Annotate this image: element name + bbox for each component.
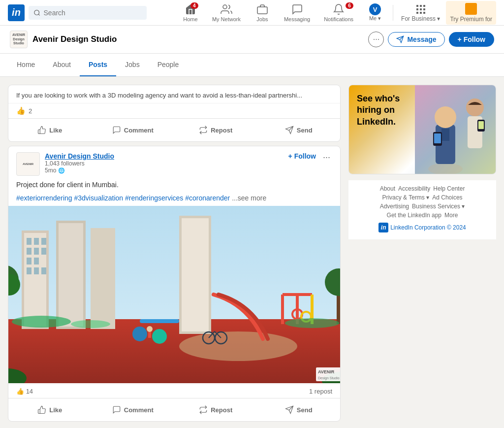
home-badge: 4 bbox=[190, 2, 198, 9]
comment-action-icon bbox=[112, 405, 121, 414]
main-layout: If you are looking to work with a 3D mod… bbox=[0, 77, 504, 428]
svg-rect-10 bbox=[416, 12, 418, 14]
post-2-text: Project done for client in Mumbai. bbox=[16, 180, 332, 190]
post-1-text: If you are looking to work with a 3D mod… bbox=[8, 85, 340, 103]
svg-rect-27 bbox=[41, 248, 46, 255]
footer-link-more[interactable]: More bbox=[444, 212, 458, 219]
post-1-like-button[interactable]: Like bbox=[9, 121, 91, 139]
footer-link-about[interactable]: About bbox=[380, 185, 395, 192]
nav-notifications[interactable]: 6 Notifications bbox=[318, 1, 359, 24]
post-2-body: Project done for client in Mumbai. #exte… bbox=[8, 180, 340, 206]
post-2-followers: 1,043 followers bbox=[45, 160, 283, 167]
nav-home[interactable]: 4 Home bbox=[177, 1, 204, 24]
svg-rect-31 bbox=[34, 267, 39, 274]
post-2-comment-button[interactable]: Comment bbox=[93, 400, 174, 419]
nav-me[interactable]: V Me ▾ bbox=[361, 1, 389, 24]
footer-link-accessibility[interactable]: Accessibility bbox=[398, 185, 430, 192]
nav-messaging[interactable]: Messaging bbox=[278, 1, 316, 24]
repost-icon bbox=[199, 126, 208, 134]
linkedin-copyright: LinkedIn Corporation © 2024 bbox=[390, 224, 466, 231]
svg-rect-5 bbox=[420, 5, 422, 7]
svg-line-1 bbox=[38, 14, 40, 15]
send-action-icon bbox=[285, 126, 294, 134]
nav-premium-label: Try Premium for bbox=[450, 16, 492, 23]
svg-rect-24 bbox=[41, 238, 46, 245]
post-2-author[interactable]: Avenir Design Studio bbox=[45, 152, 283, 160]
nav-business-label: For Business ▾ bbox=[401, 15, 440, 22]
svg-point-2 bbox=[223, 5, 227, 9]
ad-people-visual bbox=[415, 85, 496, 174]
notifications-badge: 6 bbox=[346, 2, 353, 9]
footer-links-row-3: Advertising Business Services ▾ bbox=[348, 202, 496, 211]
post-1-reaction-count: 2 bbox=[29, 107, 32, 115]
nav-business[interactable]: For Business ▾ bbox=[397, 1, 444, 24]
footer-link-app[interactable]: Get the LinkedIn app bbox=[387, 212, 441, 219]
svg-point-59 bbox=[12, 316, 71, 328]
svg-point-60 bbox=[285, 318, 339, 328]
footer-link-help[interactable]: Help Center bbox=[433, 185, 465, 192]
svg-text:AVENIR: AVENIR bbox=[318, 369, 335, 374]
follow-main-button[interactable]: + Follow bbox=[449, 32, 494, 47]
nav-premium[interactable]: Try Premium for bbox=[446, 1, 496, 25]
subnav-posts[interactable]: Posts bbox=[80, 54, 116, 76]
linkedin-small-logo: in bbox=[378, 223, 388, 232]
post-1-comment-button[interactable]: Comment bbox=[93, 121, 174, 139]
post-2-more-button[interactable]: ··· bbox=[321, 152, 332, 163]
post-2-send-button[interactable]: Send bbox=[258, 400, 340, 419]
post-2-hashtags[interactable]: #exteriorrendering #3dvisualization #ren… bbox=[16, 194, 332, 202]
search-bar[interactable] bbox=[29, 6, 147, 20]
repost-action-icon bbox=[199, 405, 208, 414]
svg-point-19 bbox=[179, 331, 297, 361]
sub-navigation: Home About Posts Jobs People bbox=[0, 54, 504, 77]
sidebar-ad-image: See who's hiring on LinkedIn. bbox=[349, 85, 496, 174]
post-1-actions: Like Comment Repost Send bbox=[8, 118, 340, 141]
svg-point-69 bbox=[428, 163, 463, 174]
svg-rect-74 bbox=[434, 133, 441, 143]
svg-point-52 bbox=[152, 329, 167, 344]
nav-jobs[interactable]: Jobs bbox=[249, 1, 276, 24]
nav-me-label: Me ▾ bbox=[369, 15, 381, 22]
post-2-reaction-count: 14 bbox=[26, 388, 33, 395]
svg-rect-30 bbox=[27, 267, 32, 274]
nav-network[interactable]: My Network bbox=[206, 1, 247, 24]
footer-link-business[interactable]: Business Services ▾ bbox=[412, 203, 465, 210]
message-button[interactable]: Message bbox=[388, 32, 444, 47]
svg-rect-50 bbox=[140, 319, 179, 323]
subnav-about[interactable]: About bbox=[44, 54, 80, 76]
post-1-send-button[interactable]: Send bbox=[258, 121, 340, 139]
post-2-like-button[interactable]: Like bbox=[9, 400, 91, 419]
company-name: Avenir Design Studio bbox=[32, 34, 363, 44]
post-card-1: If you are looking to work with a 3D mod… bbox=[8, 85, 341, 142]
subnav-home[interactable]: Home bbox=[8, 54, 44, 76]
footer-link-adchoices[interactable]: Ad Choices bbox=[432, 194, 462, 201]
see-more-link[interactable]: ...see more bbox=[232, 194, 266, 202]
svg-rect-11 bbox=[420, 12, 422, 14]
svg-rect-8 bbox=[420, 8, 422, 10]
subnav-jobs[interactable]: Jobs bbox=[116, 54, 149, 76]
nav-network-label: My Network bbox=[212, 16, 241, 22]
svg-rect-23 bbox=[34, 238, 39, 245]
like-reaction-icon: 👍 bbox=[16, 106, 26, 115]
footer-link-privacy[interactable]: Privacy & Terms ▾ bbox=[382, 194, 429, 201]
like-emoji: 👍 bbox=[16, 388, 24, 395]
post-2-follow-button[interactable]: + Follow bbox=[288, 152, 316, 160]
linkedin-brand: in LinkedIn Corporation © 2024 bbox=[348, 220, 496, 235]
more-options-button[interactable]: ··· bbox=[368, 32, 384, 47]
footer-links-row-2: Privacy & Terms ▾ Ad Choices bbox=[348, 193, 496, 202]
svg-rect-26 bbox=[34, 248, 39, 255]
post-1-repost-button[interactable]: Repost bbox=[175, 121, 256, 139]
search-input[interactable] bbox=[44, 9, 142, 17]
svg-point-51 bbox=[132, 327, 147, 341]
post-2-avatar: AVENIR bbox=[16, 152, 40, 176]
post-2-reactions-footer: 👍 14 bbox=[16, 388, 33, 395]
subnav-people[interactable]: People bbox=[149, 54, 188, 76]
post-2-repost-button[interactable]: Repost bbox=[175, 400, 256, 419]
like-action-icon bbox=[37, 405, 46, 414]
profile-actions: ··· Message + Follow bbox=[368, 32, 494, 47]
svg-rect-12 bbox=[423, 12, 425, 14]
svg-rect-9 bbox=[423, 8, 425, 10]
footer-link-advertising[interactable]: Advertising bbox=[380, 203, 409, 210]
grid-icon bbox=[415, 3, 427, 15]
linkedin-logo[interactable]: in bbox=[8, 4, 25, 21]
message-label: Message bbox=[407, 35, 436, 43]
